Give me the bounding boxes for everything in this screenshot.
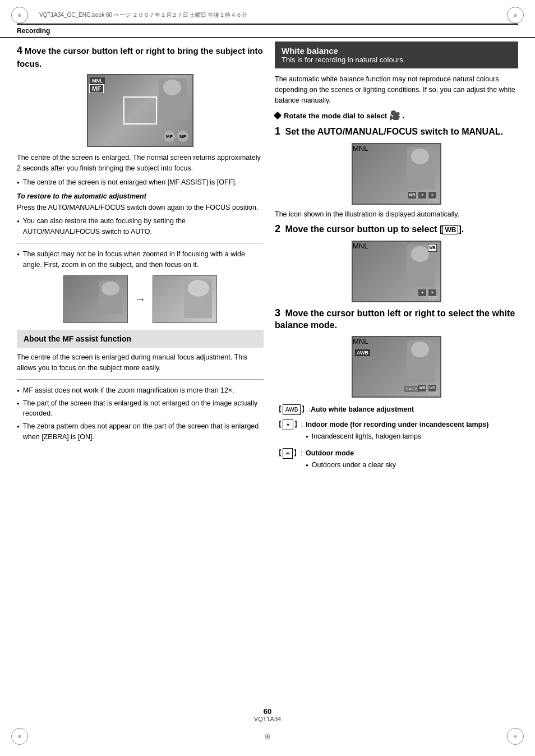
rotate-instruction: Rotate the mode dial to select 🎥 . bbox=[275, 110, 518, 121]
section-label: Recording bbox=[0, 25, 535, 38]
restore-heading: To restore to the automatic adjustment bbox=[17, 192, 264, 200]
page: ⊕ VQT1A34_GC_ENG.book 60 ページ ２００７年１月２７日 … bbox=[0, 0, 535, 756]
rotate-inst-text: Rotate the mode dial to select 🎥 . bbox=[284, 110, 404, 121]
about-body: The centre of the screen is enlarged dur… bbox=[17, 352, 264, 374]
camera-screen-step1: MNL WB ☀ ✳ 2:15 bbox=[352, 143, 441, 205]
about-bullet2: The part of the screen that is enlarged … bbox=[17, 398, 264, 420]
page-code: VQT1A34 bbox=[254, 716, 281, 722]
step4-body1: The centre of the screen is enlarged. Th… bbox=[17, 153, 264, 174]
wb-info-box: White balance This is for recording in n… bbox=[275, 42, 518, 68]
about-bullet1: MF assist does not work if the zoom magn… bbox=[17, 385, 264, 396]
small-cam-before bbox=[63, 275, 128, 323]
wb-option-outdoor: 【✳】: Outdoor mode Outdoors under a clear… bbox=[275, 448, 518, 473]
about-bullet3: The zebra pattern does not appear on the… bbox=[17, 421, 264, 442]
left-column: 4 Move the cursor button left or right t… bbox=[17, 42, 264, 477]
wb-option-awb: 【AWB】: Auto white balance adjustment bbox=[275, 404, 518, 415]
wb-box-title: White balance bbox=[282, 46, 511, 56]
step2-heading: 2 Move the cursor button up to select [W… bbox=[275, 223, 518, 236]
bottom-center-mark: ⊕ bbox=[259, 728, 276, 745]
wb-intro: The automatic white balance function may… bbox=[275, 74, 518, 105]
step1-caption: The icon shown in the illustration is di… bbox=[275, 209, 518, 220]
divider-bullet: The subject may not be in focus when zoo… bbox=[17, 249, 264, 270]
corner-circle-br: ⊕ bbox=[507, 728, 524, 745]
camera-screen-step3: MNL AWB WB WB BACK 2:15 bbox=[352, 336, 441, 398]
corner-circle-tl: ⊕ bbox=[11, 7, 28, 24]
wb-box-subtitle: This is for recording in natural colours… bbox=[282, 56, 511, 64]
small-cam-after bbox=[153, 275, 217, 323]
step4-heading: 4 Move the cursor button left or right t… bbox=[17, 44, 264, 70]
image-pair: → bbox=[17, 275, 264, 323]
about-box-title: About the MF assist function bbox=[24, 334, 257, 343]
step4-bullet1: The centre of the screen is not enlarged… bbox=[17, 177, 264, 188]
page-number: 60 bbox=[264, 707, 271, 716]
diamond-icon bbox=[274, 112, 282, 119]
arrow-icon: → bbox=[135, 293, 146, 306]
step1-heading: 1 Set the AUTO/MANUAL/FOCUS switch to MA… bbox=[275, 125, 518, 138]
restore-bullet: You can also restore the auto focusing b… bbox=[17, 216, 264, 237]
header-file-info: VQT1A34_GC_ENG.book 60 ページ ２００７年１月２７日 土曜… bbox=[28, 11, 507, 19]
right-column: White balance This is for recording in n… bbox=[275, 42, 518, 477]
step3-heading: 3 Move the cursor button left or right t… bbox=[275, 307, 518, 331]
camera-screen-1: MNL MF MP MP bbox=[87, 74, 193, 147]
wb-option-indoor: 【☀】: Indoor mode (for recording under in… bbox=[275, 420, 518, 444]
camera-screen-step2: MNL WB ☀ ✳ 2:15 bbox=[352, 241, 441, 302]
corner-circle-bl: ⊕ bbox=[11, 728, 28, 745]
about-mf-box: About the MF assist function bbox=[17, 330, 264, 348]
restore-body: Press the AUTO/MANUAL/FOCUS switch down … bbox=[17, 202, 264, 213]
corner-circle-tr: ⊕ bbox=[507, 7, 524, 24]
